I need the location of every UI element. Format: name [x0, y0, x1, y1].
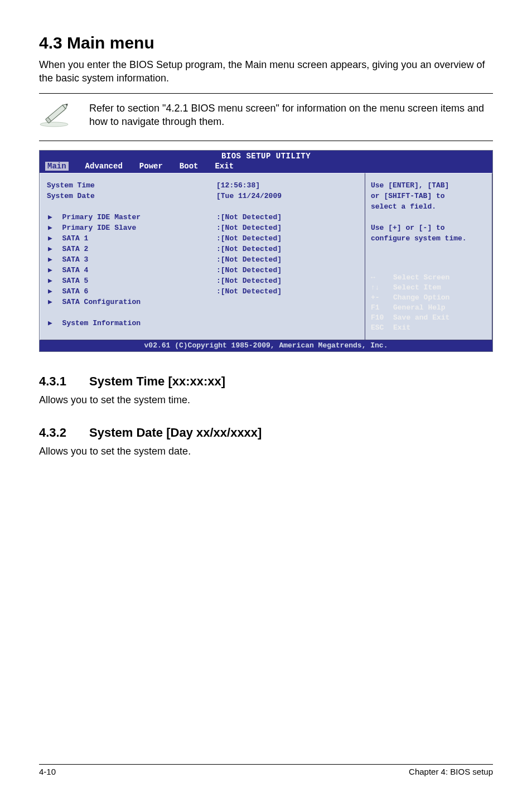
bios-window: BIOS SETUP UTILITY Main Advanced Power B… — [39, 150, 493, 352]
bios-row-label: System Date — [47, 191, 214, 201]
triangle-icon: ▶ — [47, 212, 54, 223]
bios-title: BIOS SETUP UTILITY — [40, 151, 492, 161]
bios-row-value: :[Not Detected] — [216, 254, 365, 265]
bios-row-value: :[Not Detected] — [216, 286, 365, 297]
triangle-icon: ▶ — [47, 223, 54, 233]
bios-row-value: :[Not Detected] — [216, 276, 365, 286]
tab-power[interactable]: Power — [139, 162, 163, 171]
subsection-body: Allows you to set the system date. — [39, 445, 493, 458]
subsection-heading: 4.3.1System Time [xx:xx:xx] — [39, 374, 493, 389]
bios-row-label[interactable]: ▶ SATA 6 — [47, 286, 214, 297]
note-text: Refer to section "4.2.1 BIOS menu screen… — [89, 102, 493, 129]
triangle-icon: ▶ — [47, 297, 54, 307]
bios-row-value: [12:56:38] — [216, 180, 365, 191]
bios-tabs: Main Advanced Power Boot Exit — [40, 161, 492, 173]
bios-row-value: :[Not Detected] — [216, 212, 365, 223]
bios-row-value: :[Not Detected] — [216, 223, 365, 233]
bios-nav-help: ↔Select Screen↑↓Select Item+-Change Opti… — [371, 273, 486, 333]
triangle-icon: ▶ — [47, 276, 54, 286]
triangle-icon: ▶ — [47, 254, 54, 265]
bios-row-label[interactable]: ▶ SATA 2 — [47, 244, 214, 254]
tab-boot[interactable]: Boot — [180, 162, 199, 171]
bios-row-value: [Tue 11/24/2009 — [216, 191, 365, 201]
bios-help-text: Use [ENTER], [TAB]or [SHIFT-TAB] toselec… — [371, 180, 486, 244]
bios-row-label[interactable]: ▶ SATA Configuration — [47, 297, 214, 307]
bios-row-label[interactable]: ▶ SATA 1 — [47, 233, 214, 244]
bios-row-value: :[Not Detected] — [216, 244, 365, 254]
bios-row-value — [216, 307, 365, 318]
note-divider-top — [39, 93, 493, 94]
subsection-heading: 4.3.2System Date [Day xx/xx/xxxx] — [39, 426, 493, 440]
bios-row-value — [216, 201, 365, 212]
svg-point-0 — [40, 122, 68, 127]
tab-main[interactable]: Main — [45, 162, 69, 171]
triangle-icon: ▶ — [47, 286, 54, 297]
bios-row-value: :[Not Detected] — [216, 233, 365, 244]
page-number: 4-10 — [39, 767, 56, 776]
triangle-icon: ▶ — [47, 318, 54, 328]
pencil-icon — [39, 102, 74, 127]
bios-row-label — [47, 307, 214, 318]
bios-row-value — [216, 297, 365, 307]
note-divider-bottom — [39, 141, 493, 141]
bios-row-label[interactable]: ▶ SATA 3 — [47, 254, 214, 265]
tab-exit[interactable]: Exit — [215, 162, 234, 171]
bios-row-label[interactable]: ▶ Primary IDE Master — [47, 212, 214, 223]
tab-advanced[interactable]: Advanced — [85, 162, 123, 171]
bios-row-label[interactable]: ▶ SATA 5 — [47, 276, 214, 286]
bios-row-value: :[Not Detected] — [216, 265, 365, 276]
chapter-label: Chapter 4: BIOS setup — [409, 767, 493, 776]
section-title: 4.3 Main menu — [39, 33, 493, 52]
subsection-body: Allows you to set the system time. — [39, 393, 493, 407]
triangle-icon: ▶ — [47, 244, 54, 254]
intro-text: When you enter the BIOS Setup program, t… — [39, 58, 493, 85]
triangle-icon: ▶ — [47, 265, 54, 276]
bios-footer: v02.61 (C)Copyright 1985-2009, American … — [40, 340, 492, 351]
triangle-icon: ▶ — [47, 233, 54, 244]
bios-row-label — [47, 201, 214, 212]
bios-row-label: System Time — [47, 180, 214, 191]
bios-row-label[interactable]: ▶ System Information — [47, 318, 214, 328]
bios-row-label[interactable]: ▶ SATA 4 — [47, 265, 214, 276]
bios-row-value — [216, 318, 365, 328]
bios-row-label[interactable]: ▶ Primary IDE Slave — [47, 223, 214, 233]
